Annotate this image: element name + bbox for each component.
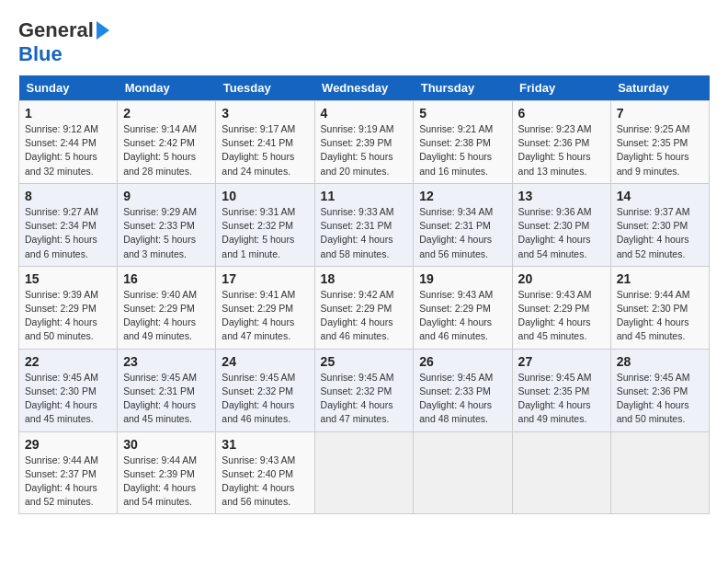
calendar-cell: 31 Sunrise: 9:43 AM Sunset: 2:40 PM Dayl… — [216, 431, 314, 514]
day-number: 27 — [518, 354, 605, 369]
calendar-cell: 8 Sunrise: 9:27 AM Sunset: 2:34 PM Dayli… — [19, 183, 118, 266]
day-of-week-header: Thursday — [414, 75, 512, 101]
day-info: Sunrise: 9:36 AM Sunset: 2:30 PM Dayligh… — [518, 205, 605, 261]
day-number: 31 — [222, 437, 308, 452]
day-info: Sunrise: 9:25 AM Sunset: 2:35 PM Dayligh… — [617, 122, 703, 178]
day-info: Sunrise: 9:45 AM Sunset: 2:36 PM Dayligh… — [617, 371, 703, 427]
calendar-week-row: 15 Sunrise: 9:39 AM Sunset: 2:29 PM Dayl… — [19, 266, 710, 349]
calendar-cell: 12 Sunrise: 9:34 AM Sunset: 2:31 PM Dayl… — [414, 183, 512, 266]
calendar-header-row: SundayMondayTuesdayWednesdayThursdayFrid… — [19, 75, 710, 101]
calendar-cell: 17 Sunrise: 9:41 AM Sunset: 2:29 PM Dayl… — [216, 266, 314, 349]
calendar-cell: 29 Sunrise: 9:44 AM Sunset: 2:37 PM Dayl… — [19, 431, 118, 514]
calendar-cell: 5 Sunrise: 9:21 AM Sunset: 2:38 PM Dayli… — [414, 101, 512, 184]
calendar-cell: 21 Sunrise: 9:44 AM Sunset: 2:30 PM Dayl… — [610, 266, 709, 349]
calendar-cell: 18 Sunrise: 9:42 AM Sunset: 2:29 PM Dayl… — [314, 266, 414, 349]
day-number: 13 — [518, 189, 605, 203]
calendar-cell: 22 Sunrise: 9:45 AM Sunset: 2:30 PM Dayl… — [19, 349, 118, 431]
day-number: 30 — [123, 437, 210, 452]
day-info: Sunrise: 9:14 AM Sunset: 2:42 PM Dayligh… — [123, 122, 210, 178]
calendar-cell: 27 Sunrise: 9:45 AM Sunset: 2:35 PM Dayl… — [512, 349, 610, 431]
day-info: Sunrise: 9:27 AM Sunset: 2:34 PM Dayligh… — [25, 205, 111, 261]
calendar-week-row: 22 Sunrise: 9:45 AM Sunset: 2:30 PM Dayl… — [19, 349, 710, 431]
day-info: Sunrise: 9:43 AM Sunset: 2:29 PM Dayligh… — [419, 288, 506, 344]
calendar-cell: 4 Sunrise: 9:19 AM Sunset: 2:39 PM Dayli… — [314, 101, 414, 184]
day-number: 21 — [617, 271, 703, 286]
day-number: 24 — [222, 354, 308, 369]
day-number: 25 — [321, 354, 408, 369]
calendar-cell: 16 Sunrise: 9:40 AM Sunset: 2:29 PM Dayl… — [118, 266, 216, 349]
calendar-cell: 24 Sunrise: 9:45 AM Sunset: 2:32 PM Dayl… — [216, 349, 314, 431]
day-of-week-header: Saturday — [610, 75, 709, 101]
calendar-cell: 20 Sunrise: 9:43 AM Sunset: 2:29 PM Dayl… — [512, 266, 610, 349]
calendar-cell: 6 Sunrise: 9:23 AM Sunset: 2:36 PM Dayli… — [512, 101, 610, 184]
day-number: 19 — [419, 271, 506, 286]
calendar-cell: 9 Sunrise: 9:29 AM Sunset: 2:33 PM Dayli… — [118, 183, 216, 266]
day-number: 2 — [123, 106, 210, 121]
calendar-cell: 2 Sunrise: 9:14 AM Sunset: 2:42 PM Dayli… — [118, 101, 216, 184]
day-info: Sunrise: 9:40 AM Sunset: 2:29 PM Dayligh… — [123, 288, 210, 344]
day-number: 9 — [123, 189, 210, 203]
day-number: 10 — [222, 189, 308, 203]
calendar-cell — [512, 431, 610, 514]
day-info: Sunrise: 9:39 AM Sunset: 2:29 PM Dayligh… — [25, 288, 111, 344]
calendar-cell: 30 Sunrise: 9:44 AM Sunset: 2:39 PM Dayl… — [118, 431, 216, 514]
calendar-cell: 10 Sunrise: 9:31 AM Sunset: 2:32 PM Dayl… — [216, 183, 314, 266]
day-info: Sunrise: 9:29 AM Sunset: 2:33 PM Dayligh… — [123, 205, 210, 261]
day-number: 7 — [617, 106, 703, 121]
page-header: General Blue — [18, 18, 710, 66]
day-number: 23 — [123, 354, 210, 369]
calendar-cell: 13 Sunrise: 9:36 AM Sunset: 2:30 PM Dayl… — [512, 183, 610, 266]
day-info: Sunrise: 9:34 AM Sunset: 2:31 PM Dayligh… — [419, 205, 506, 261]
calendar-cell: 3 Sunrise: 9:17 AM Sunset: 2:41 PM Dayli… — [216, 101, 314, 184]
day-number: 17 — [222, 271, 308, 286]
day-of-week-header: Tuesday — [216, 75, 314, 101]
day-info: Sunrise: 9:37 AM Sunset: 2:30 PM Dayligh… — [617, 205, 703, 261]
day-number: 16 — [123, 271, 210, 286]
calendar-cell: 7 Sunrise: 9:25 AM Sunset: 2:35 PM Dayli… — [610, 101, 709, 184]
day-number: 6 — [518, 106, 605, 121]
day-number: 28 — [617, 354, 703, 369]
calendar-cell: 19 Sunrise: 9:43 AM Sunset: 2:29 PM Dayl… — [414, 266, 512, 349]
day-of-week-header: Monday — [118, 75, 216, 101]
day-info: Sunrise: 9:45 AM Sunset: 2:32 PM Dayligh… — [222, 371, 308, 427]
logo-arrow-icon — [97, 21, 109, 40]
day-info: Sunrise: 9:44 AM Sunset: 2:30 PM Dayligh… — [617, 288, 703, 344]
day-of-week-header: Sunday — [19, 75, 118, 101]
day-number: 22 — [25, 354, 111, 369]
day-info: Sunrise: 9:43 AM Sunset: 2:29 PM Dayligh… — [518, 288, 605, 344]
day-info: Sunrise: 9:45 AM Sunset: 2:33 PM Dayligh… — [419, 371, 506, 427]
calendar-cell: 14 Sunrise: 9:37 AM Sunset: 2:30 PM Dayl… — [610, 183, 709, 266]
day-number: 1 — [25, 106, 111, 121]
day-number: 29 — [25, 437, 111, 452]
day-number: 11 — [321, 189, 408, 203]
day-info: Sunrise: 9:44 AM Sunset: 2:37 PM Dayligh… — [25, 454, 111, 510]
calendar-cell: 23 Sunrise: 9:45 AM Sunset: 2:31 PM Dayl… — [118, 349, 216, 431]
day-info: Sunrise: 9:19 AM Sunset: 2:39 PM Dayligh… — [321, 122, 408, 178]
day-info: Sunrise: 9:42 AM Sunset: 2:29 PM Dayligh… — [321, 288, 408, 344]
day-number: 18 — [321, 271, 408, 286]
day-info: Sunrise: 9:43 AM Sunset: 2:40 PM Dayligh… — [222, 454, 308, 510]
logo-blue: Blue — [18, 42, 63, 66]
day-number: 14 — [617, 189, 703, 203]
calendar-cell: 11 Sunrise: 9:33 AM Sunset: 2:31 PM Dayl… — [314, 183, 414, 266]
day-number: 15 — [25, 271, 111, 286]
day-info: Sunrise: 9:23 AM Sunset: 2:36 PM Dayligh… — [518, 122, 605, 178]
day-info: Sunrise: 9:17 AM Sunset: 2:41 PM Dayligh… — [222, 122, 308, 178]
calendar-cell: 28 Sunrise: 9:45 AM Sunset: 2:36 PM Dayl… — [610, 349, 709, 431]
logo: General Blue — [18, 18, 109, 66]
calendar-cell: 26 Sunrise: 9:45 AM Sunset: 2:33 PM Dayl… — [414, 349, 512, 431]
calendar-week-row: 8 Sunrise: 9:27 AM Sunset: 2:34 PM Dayli… — [19, 183, 710, 266]
day-info: Sunrise: 9:45 AM Sunset: 2:35 PM Dayligh… — [518, 371, 605, 427]
day-info: Sunrise: 9:45 AM Sunset: 2:31 PM Dayligh… — [123, 371, 210, 427]
day-info: Sunrise: 9:21 AM Sunset: 2:38 PM Dayligh… — [419, 122, 506, 178]
day-number: 4 — [321, 106, 408, 121]
day-info: Sunrise: 9:44 AM Sunset: 2:39 PM Dayligh… — [123, 454, 210, 510]
day-number: 8 — [25, 189, 111, 203]
calendar-week-row: 1 Sunrise: 9:12 AM Sunset: 2:44 PM Dayli… — [19, 101, 710, 184]
day-info: Sunrise: 9:12 AM Sunset: 2:44 PM Dayligh… — [25, 122, 111, 178]
day-number: 26 — [419, 354, 506, 369]
calendar-cell — [414, 431, 512, 514]
calendar-cell: 1 Sunrise: 9:12 AM Sunset: 2:44 PM Dayli… — [19, 101, 118, 184]
calendar-cell — [610, 431, 709, 514]
logo-general: General — [18, 18, 94, 42]
